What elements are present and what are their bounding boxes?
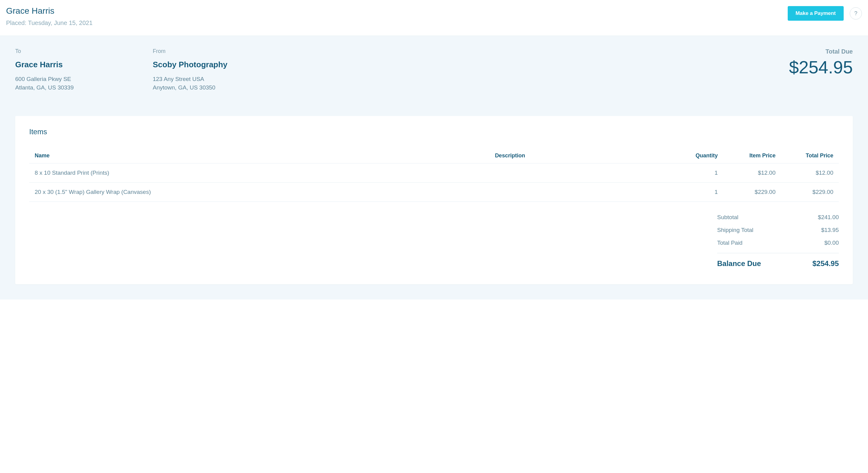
balance-value: $254.95 <box>812 259 839 268</box>
subtotal-label: Subtotal <box>717 214 738 221</box>
item-name: 8 x 10 Standard Print (Prints) <box>29 164 489 183</box>
items-card: Items Name Description Quantity Item Pri… <box>15 116 853 284</box>
item-name: 20 x 30 (1.5" Wrap) Gallery Wrap (Canvas… <box>29 183 489 202</box>
balance-row: Balance Due $254.95 <box>717 257 839 270</box>
to-address-line2: Atlanta, GA, US 30339 <box>15 83 73 92</box>
to-address-line1: 600 Galleria Pkwy SE <box>15 75 73 83</box>
table-row: 8 x 10 Standard Print (Prints)1$12.00$12… <box>29 164 839 183</box>
item-price: $12.00 <box>723 164 781 183</box>
totals-divider <box>717 253 839 253</box>
items-title: Items <box>29 127 839 136</box>
page-header: Grace Harris Placed: Tuesday, June 15, 2… <box>0 0 868 36</box>
totals-inner: Subtotal $241.00 Shipping Total $13.95 T… <box>717 211 839 270</box>
item-total-price: $229.00 <box>781 183 839 202</box>
header-right: Make a Payment ? <box>788 6 862 21</box>
total-due-amount: $254.95 <box>789 57 853 77</box>
help-icon: ? <box>854 10 857 17</box>
table-row: 20 x 30 (1.5" Wrap) Gallery Wrap (Canvas… <box>29 183 839 202</box>
paid-row: Total Paid $0.00 <box>717 237 839 249</box>
paid-value: $0.00 <box>824 240 839 246</box>
to-address: 600 Galleria Pkwy SE Atlanta, GA, US 303… <box>15 75 73 92</box>
col-total-price: Total Price <box>781 148 839 164</box>
to-block: To Grace Harris 600 Galleria Pkwy SE Atl… <box>15 48 73 92</box>
to-name: Grace Harris <box>15 60 73 69</box>
balance-label: Balance Due <box>717 259 761 268</box>
from-address-line2: Anytown, GA, US 30350 <box>153 83 227 92</box>
paid-label: Total Paid <box>717 240 742 246</box>
shipping-label: Shipping Total <box>717 227 753 233</box>
col-quantity: Quantity <box>684 148 723 164</box>
subtotal-value: $241.00 <box>818 214 839 221</box>
item-quantity: 1 <box>684 183 723 202</box>
make-payment-button[interactable]: Make a Payment <box>788 6 844 21</box>
info-row: To Grace Harris 600 Galleria Pkwy SE Atl… <box>15 48 853 92</box>
main-area: To Grace Harris 600 Galleria Pkwy SE Atl… <box>0 36 868 299</box>
items-header-row: Name Description Quantity Item Price Tot… <box>29 148 839 164</box>
info-left: To Grace Harris 600 Galleria Pkwy SE Atl… <box>15 48 227 92</box>
from-block: From Scoby Photography 123 Any Street US… <box>153 48 227 92</box>
placed-date: Placed: Tuesday, June 15, 2021 <box>6 20 92 27</box>
help-button[interactable]: ? <box>850 7 862 20</box>
shipping-value: $13.95 <box>821 227 839 233</box>
item-quantity: 1 <box>684 164 723 183</box>
item-price: $229.00 <box>723 183 781 202</box>
col-item-price: Item Price <box>723 148 781 164</box>
col-description: Description <box>489 148 684 164</box>
subtotal-row: Subtotal $241.00 <box>717 211 839 224</box>
from-name: Scoby Photography <box>153 60 227 69</box>
item-description <box>489 164 684 183</box>
from-address: 123 Any Street USA Anytown, GA, US 30350 <box>153 75 227 92</box>
item-description <box>489 183 684 202</box>
total-due-block: Total Due $254.95 <box>789 48 853 92</box>
from-label: From <box>153 48 227 55</box>
customer-name: Grace Harris <box>6 6 92 16</box>
total-due-label: Total Due <box>789 48 853 55</box>
col-name: Name <box>29 148 489 164</box>
header-left: Grace Harris Placed: Tuesday, June 15, 2… <box>6 6 92 27</box>
from-address-line1: 123 Any Street USA <box>153 75 227 83</box>
to-label: To <box>15 48 73 55</box>
shipping-row: Shipping Total $13.95 <box>717 224 839 237</box>
item-total-price: $12.00 <box>781 164 839 183</box>
totals-section: Subtotal $241.00 Shipping Total $13.95 T… <box>29 211 839 270</box>
items-table: Name Description Quantity Item Price Tot… <box>29 148 839 202</box>
